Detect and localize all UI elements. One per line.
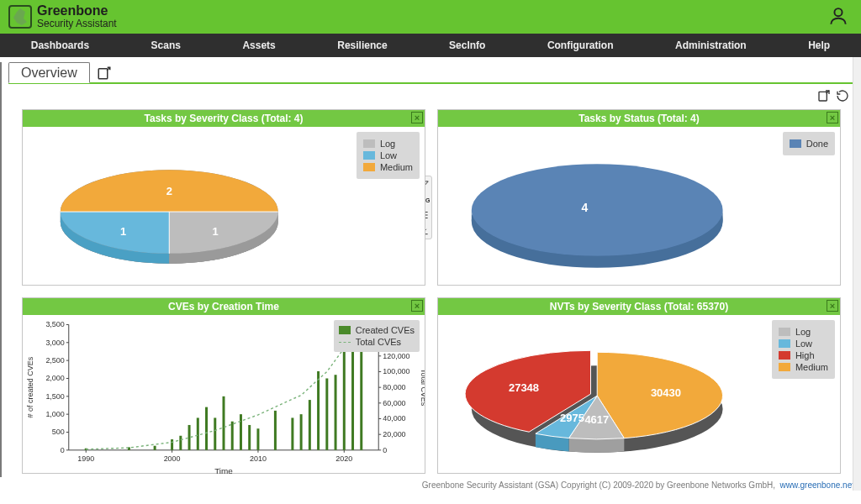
nav-dashboards[interactable]: Dashboards [31,39,89,51]
panel-header: NVTs by Severity Class (Total: 65370) × [438,298,840,315]
svg-text:2010: 2010 [250,454,267,463]
pie-label-log: 1 [212,225,218,238]
pie-label-done: 4 [581,201,588,214]
nav-administration[interactable]: Administration [675,39,747,51]
svg-rect-74 [240,414,242,450]
close-icon[interactable]: × [411,300,423,312]
legend-medium: Medium [380,162,413,172]
svg-point-0 [834,8,842,16]
svg-text:2000: 2000 [164,454,181,463]
main-nav: Dashboards Scans Assets Resilience SecIn… [0,34,861,57]
svg-text:500: 500 [52,428,65,436]
nav-secinfo[interactable]: SecInfo [449,39,485,51]
dashboard-grid: Tasks by Severity Class (Total: 4) × [8,109,854,474]
svg-text:2,000: 2,000 [45,374,64,382]
legend-low: Low [795,339,812,349]
svg-text:0: 0 [383,446,387,454]
legend-medium: Medium [795,362,828,372]
svg-text:1,500: 1,500 [45,392,64,401]
svg-text:2020: 2020 [335,454,352,463]
app-logo[interactable]: Greenbone Security Assistant [8,4,117,29]
svg-rect-68 [188,425,191,450]
svg-rect-71 [214,417,216,449]
svg-rect-82 [325,378,328,449]
svg-rect-81 [317,371,320,450]
brand-subtitle: Security Assistant [37,18,117,29]
svg-text:3,500: 3,500 [45,320,64,328]
svg-point-14 [472,164,723,256]
svg-rect-83 [335,375,337,450]
svg-text:40,000: 40,000 [383,414,405,423]
panel-title: NVTs by Severity Class (Total: 65370) [550,301,728,312]
svg-text:80,000: 80,000 [383,383,405,391]
svg-rect-67 [179,436,182,450]
user-icon[interactable] [827,5,849,27]
legend-done: Done [806,139,828,149]
legend-total: Total CVEs [356,337,401,347]
panel-cve-creation: CVEs by Creation Time × 05001,0001,5002,… [22,297,425,474]
add-display-icon[interactable] [817,89,831,102]
legend-log: Log [380,139,395,149]
footer-link[interactable]: www.greenbone.net [780,480,854,490]
panel-title: Tasks by Severity Class (Total: 4) [145,113,304,124]
svg-rect-1 [98,69,108,79]
svg-text:120,000: 120,000 [383,352,409,360]
svg-rect-76 [256,428,259,450]
nav-resilience[interactable]: Resilience [337,39,387,51]
svg-text:20,000: 20,000 [383,430,405,438]
panel-title: CVEs by Creation Time [168,301,279,312]
svg-text:1990: 1990 [77,454,94,463]
close-icon[interactable]: × [827,112,838,123]
svg-rect-84 [343,339,346,450]
nav-help[interactable]: Help [808,39,830,51]
pie-label-high: 27348 [509,381,539,394]
pie-label-medium: 30430 [651,386,681,399]
svg-text:0: 0 [61,446,65,454]
svg-rect-66 [171,439,173,450]
svg-rect-79 [300,414,303,450]
svg-text:100,000: 100,000 [383,367,409,375]
svg-rect-73 [231,422,234,450]
nav-assets[interactable]: Assets [242,39,275,51]
svg-text:Total CVEs: Total CVEs [420,369,425,407]
scrollbar[interactable] [853,57,861,491]
close-icon[interactable]: × [411,112,423,123]
svg-rect-75 [248,425,251,450]
svg-rect-2 [819,92,827,101]
legend: Created CVEs Total CVEs [334,320,420,352]
legend: Done [783,132,835,155]
svg-rect-65 [154,446,156,450]
svg-rect-69 [197,417,199,449]
legend-log: Log [795,327,811,337]
legend: Log Low Medium [357,132,420,179]
nav-scans[interactable]: Scans [151,39,181,51]
svg-text:Time: Time [214,466,233,475]
panel-header: Tasks by Status (Total: 4) × [438,110,840,127]
pie-label-low: 1 [120,225,126,238]
legend-created: Created CVEs [356,325,415,335]
refresh-icon[interactable] [836,89,849,102]
nav-configuration[interactable]: Configuration [547,39,614,51]
svg-rect-70 [205,407,208,450]
logo-icon [8,5,32,29]
pie-label-medium: 2 [166,185,172,197]
pie-label-log: 4617 [584,413,609,426]
legend-high: High [795,350,815,360]
legend: Log Low High Medium [772,320,835,379]
panel-header: CVEs by Creation Time × [23,298,425,315]
svg-rect-77 [274,411,277,450]
svg-rect-78 [291,417,293,449]
footer: Greenbone Security Assistant (GSA) Copyr… [0,477,861,491]
dashboard-toolbar [8,89,849,106]
app-banner: Greenbone Security Assistant [0,0,861,34]
new-tab-button[interactable] [97,66,112,81]
tab-overview[interactable]: Overview [8,62,90,83]
footer-text: Greenbone Security Assistant (GSA) Copyr… [422,480,775,490]
panel-header: Tasks by Severity Class (Total: 4) × [23,110,425,127]
svg-rect-80 [309,400,311,450]
dashboard-tabs: Overview [8,62,854,84]
brand-name: Greenbone [37,4,117,18]
svg-rect-72 [223,396,225,450]
close-icon[interactable]: × [827,300,838,312]
panel-tasks-severity: Tasks by Severity Class (Total: 4) × [22,109,425,286]
